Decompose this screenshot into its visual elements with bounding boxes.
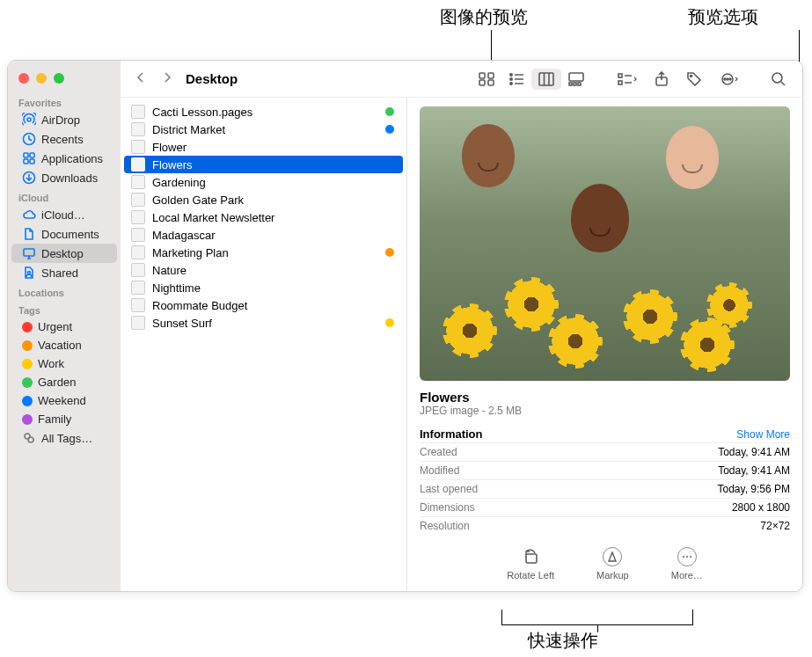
file-row[interactable]: Marketing Plan [124, 244, 403, 261]
clock-icon [22, 132, 36, 146]
sidebar-item-label: iCloud… [41, 208, 85, 222]
svg-point-29 [724, 78, 726, 80]
sidebar-item-label: Desktop [41, 247, 84, 260]
tag-dot-icon [22, 414, 33, 425]
sidebar-tag-alltags[interactable]: All Tags… [11, 428, 117, 448]
sidebar-item-recents[interactable]: Recents [11, 129, 117, 149]
rotate-left-icon [521, 547, 540, 566]
tag-dot-icon [22, 377, 33, 388]
file-row[interactable]: Nature [124, 261, 403, 279]
list-view-button[interactable] [501, 69, 531, 90]
info-key: Dimensions [420, 501, 475, 514]
sidebar-item-downloads[interactable]: Downloads [11, 168, 117, 187]
info-row: Last opened Today, 9:56 PM [420, 479, 790, 498]
svg-rect-11 [479, 73, 485, 78]
sidebar-item-shared[interactable]: Shared [11, 263, 117, 282]
file-icon [131, 105, 145, 119]
sidebar-item-label: Shared [41, 266, 78, 280]
file-row[interactable]: Nighttime [124, 279, 403, 296]
info-value: 2800 x 1800 [732, 501, 790, 514]
info-value: 72×72 [760, 520, 790, 532]
svg-point-31 [772, 73, 782, 83]
sidebar-item-airdrop[interactable]: AirDrop [11, 110, 117, 129]
tag-dot-icon [22, 396, 33, 406]
column-view-button[interactable] [531, 69, 561, 90]
sidebar-item-icloud[interactable]: iCloud… [11, 205, 117, 224]
file-tag-dot [385, 125, 394, 134]
forward-button[interactable] [156, 68, 179, 91]
gallery-view-button[interactable] [561, 69, 591, 90]
sidebar-tag-work[interactable]: Work [11, 354, 117, 373]
file-name: Marketing Plan [152, 246, 229, 259]
quick-actions: Rotate Left Markup More… [420, 547, 790, 580]
file-row[interactable]: Flower [124, 138, 403, 156]
sidebar: Favorites AirDrop Recents Applications D… [8, 61, 121, 591]
callout-line [491, 30, 492, 60]
sidebar-item-label: Documents [41, 228, 99, 241]
markup-icon [603, 547, 622, 566]
sidebar-tag-family[interactable]: Family [11, 410, 117, 428]
more-actions-button[interactable]: More… [671, 547, 703, 580]
sidebar-item-label: Urgent [38, 320, 72, 333]
close-window-button[interactable] [18, 73, 29, 84]
sidebar-item-label: AirDrop [41, 113, 80, 127]
file-row[interactable]: Madagascar [124, 226, 403, 244]
file-name: Sunset Surf [152, 317, 212, 330]
share-button[interactable] [647, 68, 676, 91]
svg-rect-2 [24, 153, 28, 157]
file-row[interactable]: Sunset Surf [124, 314, 403, 332]
more-icon [677, 547, 697, 566]
sidebar-tag-urgent[interactable]: Urgent [11, 318, 117, 336]
minimize-window-button[interactable] [36, 73, 47, 84]
svg-rect-14 [488, 80, 494, 85]
file-row[interactable]: District Market [124, 120, 403, 138]
sidebar-tag-vacation[interactable]: Vacation [11, 336, 117, 354]
action-button[interactable] [713, 69, 748, 90]
sidebar-head-locations: Locations [8, 282, 121, 300]
svg-rect-21 [574, 83, 576, 85]
markup-label: Markup [596, 570, 629, 580]
file-row[interactable]: Golden Gate Park [124, 191, 403, 208]
rotate-left-button[interactable]: Rotate Left [507, 547, 554, 580]
sidebar-tag-garden[interactable]: Garden [11, 373, 117, 391]
sidebar-item-label: All Tags… [41, 432, 92, 445]
info-row: Dimensions 2800 x 1800 [420, 498, 790, 516]
callout-bracket [501, 610, 693, 625]
toolbar: Desktop [121, 61, 802, 98]
svg-rect-5 [30, 159, 34, 164]
show-more-link[interactable]: Show More [736, 428, 790, 441]
file-name: Flowers [152, 158, 193, 172]
file-icon [131, 122, 145, 136]
icon-view-button[interactable] [472, 69, 501, 90]
all-tags-icon [22, 431, 36, 445]
preview-title: Flowers [420, 390, 790, 405]
sidebar-item-desktop[interactable]: Desktop [11, 244, 117, 263]
sidebar-tag-weekend[interactable]: Weekend [11, 391, 117, 410]
tags-button[interactable] [679, 68, 709, 91]
info-key: Created [420, 446, 457, 458]
file-icon [131, 175, 145, 189]
file-tag-dot [385, 248, 394, 257]
file-row[interactable]: Local Market Newsletter [124, 208, 403, 226]
back-button[interactable] [129, 68, 152, 91]
markup-button[interactable]: Markup [596, 547, 629, 580]
file-row[interactable]: Gardening [124, 173, 403, 191]
zoom-window-button[interactable] [54, 73, 64, 84]
file-list: Cacti Lesson.pages District Market Flowe… [121, 98, 406, 591]
preview-subtitle: JPEG image - 2.5 MB [420, 405, 790, 417]
svg-rect-18 [539, 73, 553, 85]
svg-point-30 [729, 78, 731, 80]
sidebar-item-applications[interactable]: Applications [11, 149, 117, 168]
file-name: Golden Gate Park [152, 193, 244, 207]
info-key: Last opened [420, 483, 478, 495]
file-icon [131, 263, 145, 277]
airdrop-icon [22, 113, 36, 127]
info-key: Modified [420, 464, 459, 477]
file-row[interactable]: Flowers [124, 156, 403, 173]
sidebar-item-documents[interactable]: Documents [11, 224, 117, 244]
file-row[interactable]: Roommate Budget [124, 296, 403, 314]
group-button[interactable] [611, 69, 644, 90]
search-button[interactable] [764, 68, 794, 91]
file-tag-dot [385, 107, 394, 116]
file-row[interactable]: Cacti Lesson.pages [124, 103, 403, 120]
